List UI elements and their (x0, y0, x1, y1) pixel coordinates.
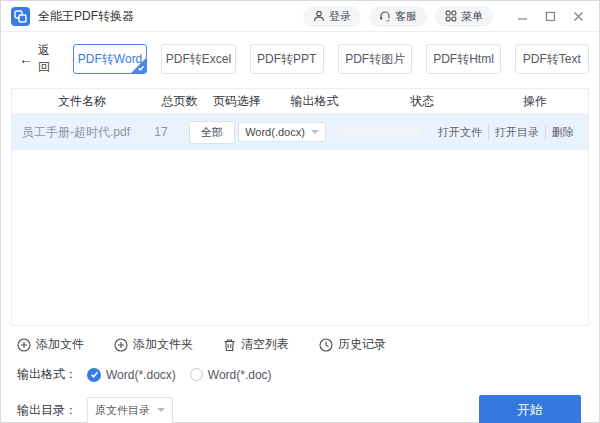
maximize-icon (545, 11, 556, 22)
clear-list-button[interactable]: 清空列表 (223, 336, 289, 353)
output-format-label: 输出格式： (17, 366, 77, 383)
table-row[interactable]: 员工手册-超时代.pdf 17 全部 Word(.docx) 打开文件 打开目录… (12, 114, 588, 150)
history-button[interactable]: 历史记录 (319, 336, 386, 353)
output-dir-row: 输出目录： 原文件目录 开始 (1, 383, 599, 423)
tab-pdf-to-excel[interactable]: PDF转Excel (161, 44, 235, 74)
open-file-link[interactable]: 打开文件 (432, 125, 488, 140)
header-page-select: 页码选择 (207, 93, 267, 110)
service-button[interactable]: 客服 (369, 6, 427, 27)
radio-label: Word(*.doc) (208, 368, 272, 382)
tab-pdf-to-ppt[interactable]: PDF转PPT (250, 44, 324, 74)
plus-circle-icon (114, 338, 128, 352)
back-arrow-icon: ← (19, 51, 33, 67)
add-folder-button[interactable]: 添加文件夹 (114, 336, 193, 353)
menu-label: 菜单 (461, 9, 483, 24)
tab-pdf-to-image[interactable]: PDF转图片 (338, 44, 412, 74)
header-status: 状态 (362, 93, 482, 110)
header-actions: 操作 (482, 93, 588, 110)
output-dir-value: 原文件目录 (95, 403, 150, 418)
login-label: 登录 (329, 9, 351, 24)
row-format-value: Word(.docx) (245, 126, 305, 138)
minimize-icon (517, 11, 528, 22)
tab-pdf-to-text[interactable]: PDF转Text (515, 44, 589, 74)
login-button[interactable]: 登录 (303, 6, 361, 27)
header-output-format: 输出格式 (267, 93, 362, 110)
header-file-name: 文件名称 (12, 93, 152, 110)
app-window: 全能王PDF转换器 登录 客服 (0, 0, 600, 423)
back-button[interactable]: ← 返回 (19, 42, 59, 76)
row-format-select[interactable]: Word(.docx) (238, 122, 326, 142)
app-title: 全能王PDF转换器 (38, 8, 134, 25)
grid-menu-icon (445, 10, 457, 22)
headset-icon (379, 10, 391, 22)
progress-bar (337, 128, 421, 137)
output-dir-label: 输出目录： (17, 402, 77, 419)
total-pages: 17 (137, 125, 186, 139)
tab-pdf-to-word[interactable]: PDF转Word (73, 44, 147, 74)
add-file-label: 添加文件 (36, 336, 84, 353)
chevron-down-icon (157, 408, 165, 412)
output-dir-select[interactable]: 原文件目录 (87, 397, 173, 423)
conversion-tabbar: ← 返回 PDF转Word PDF转Excel PDF转PPT PDF转图片 P… (1, 32, 599, 84)
file-table: 文件名称 总页数 页码选择 输出格式 状态 操作 员工手册-超时代.pdf 17… (11, 88, 589, 326)
tab-label: PDF转Text (523, 51, 581, 68)
output-format-row: 输出格式： Word(*.docx) Word(*.doc) (1, 353, 599, 383)
page-select-button[interactable]: 全部 (189, 121, 235, 144)
table-header-row: 文件名称 总页数 页码选择 输出格式 状态 操作 (12, 89, 588, 114)
radio-unselected-icon (190, 368, 203, 381)
delete-link[interactable]: 删除 (545, 125, 580, 140)
radio-label: Word(*.docx) (106, 368, 176, 382)
add-folder-label: 添加文件夹 (133, 336, 193, 353)
radio-word-docx[interactable]: Word(*.docx) (87, 368, 176, 382)
add-file-button[interactable]: 添加文件 (17, 336, 84, 353)
close-icon (573, 11, 584, 22)
radio-word-doc[interactable]: Word(*.doc) (190, 368, 272, 382)
tab-label: PDF转PPT (257, 51, 316, 68)
list-toolbar: 添加文件 添加文件夹 清空列表 历史记录 (1, 326, 599, 353)
tab-label: PDF转图片 (345, 51, 405, 68)
close-button[interactable] (567, 5, 589, 27)
menu-button[interactable]: 菜单 (435, 6, 493, 27)
start-button[interactable]: 开始 (479, 395, 581, 423)
plus-circle-icon (17, 338, 31, 352)
tab-label: PDF转Excel (166, 51, 231, 68)
file-name: 员工手册-超时代.pdf (12, 124, 137, 141)
header-total-pages: 总页数 (152, 93, 207, 110)
maximize-button[interactable] (539, 5, 561, 27)
service-label: 客服 (395, 9, 417, 24)
user-icon (313, 10, 325, 22)
app-logo-icon (11, 7, 30, 26)
titlebar: 全能王PDF转换器 登录 客服 (1, 1, 599, 31)
radio-selected-icon (87, 368, 101, 382)
history-label: 历史记录 (338, 336, 386, 353)
trash-icon (223, 338, 236, 352)
chevron-down-icon (311, 130, 319, 134)
tab-label: PDF转Html (433, 51, 494, 68)
check-icon (137, 64, 145, 72)
minimize-button[interactable] (511, 5, 533, 27)
clear-list-label: 清空列表 (241, 336, 289, 353)
clock-icon (319, 338, 333, 352)
tab-pdf-to-html[interactable]: PDF转Html (426, 44, 500, 74)
open-folder-link[interactable]: 打开目录 (488, 125, 545, 140)
back-label: 返回 (38, 42, 59, 76)
